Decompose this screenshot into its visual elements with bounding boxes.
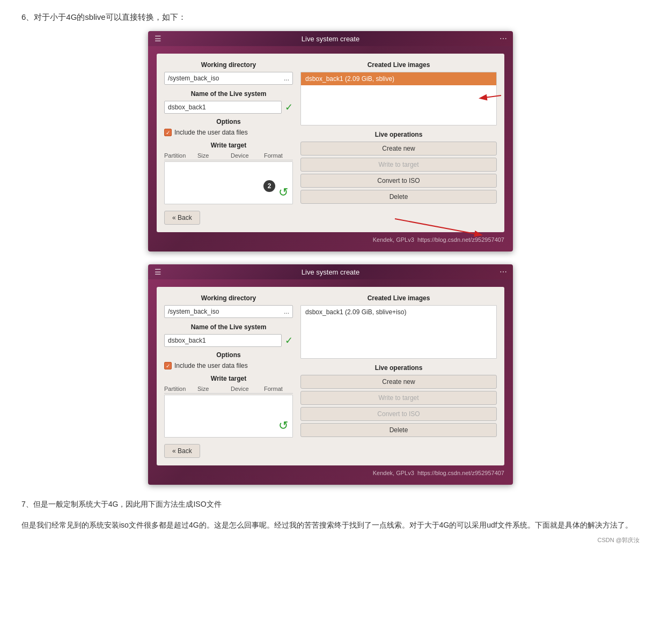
checkmark-icon-1: ✓ [285,101,293,113]
working-dir-value-1: /system_back_iso [168,75,219,82]
grid-icon[interactable]: ⋯ [499,34,508,43]
main-two-col-1: Working directory /system_back_iso ... N… [164,61,497,204]
live-image-item-2[interactable]: dsbox_back1 (2.09 GiB, sblive+iso) [301,306,496,319]
col-partition-1: Partition [164,152,193,159]
titlebar-right-icons: ⋯ [499,34,508,43]
grid-icon-2[interactable]: ⋯ [499,268,508,276]
table-body-2: ↺ [164,395,293,438]
convert-iso-btn-2[interactable]: Convert to ISO [300,407,497,421]
delete-btn-1[interactable]: Delete [300,190,497,204]
main-two-col-2: Working directory /system_back_iso ... N… [164,294,497,438]
working-dir-value-2: /system_back_iso [168,308,219,315]
watermark-credit-1: Kendek, GPLv3 [373,236,414,243]
options-section-2: Options ✓ Include the user data files [164,351,293,369]
col-partition-2: Partition [164,386,193,392]
col-device-1: Device [231,152,260,159]
working-dir-label-2: Working directory [164,294,293,302]
write-target-label-1: Write target [164,142,293,149]
window-title-1: Live system create [302,35,359,43]
live-name-label-1: Name of the Live system [164,90,293,98]
intro-text: 6、对于小于4G的sblive可以直接转换，如下： [21,11,640,24]
table-header-1: Partition Size Device Format [164,152,293,160]
live-name-input-2[interactable] [164,334,282,347]
checkmark-icon-2: ✓ [285,335,293,346]
write-target-btn-1[interactable]: Write to target [300,158,497,172]
window-titlebar-1: ☰ Live system create ⋯ [148,31,513,46]
delete-btn-2[interactable]: Delete [300,423,497,437]
col-size-2: Size [197,386,226,392]
live-name-input-1[interactable] [164,101,282,114]
app-window-2: ☰ Live system create ⋯ Working directory… [148,264,513,485]
watermark-2: Kendek, GPLv3 https://blog.csdn.net/z952… [157,470,504,476]
refresh-icon-2[interactable]: ↺ [278,419,288,433]
options-section-1: Options ✓ Include the user data files [164,118,293,136]
refresh-icon-1[interactable]: ↺ [278,186,288,199]
titlebar-left-icons-2: ☰ [153,268,162,276]
options-label-2: Options [164,351,293,359]
write-target-section-2: Write target Partition Size Device Forma… [164,375,293,438]
window-title-2: Live system create [302,268,359,276]
write-target-section-1: Write target Partition Size Device Forma… [164,142,293,204]
live-name-row-1: ✓ [164,101,293,114]
col-format-1: Format [264,152,293,159]
include-userdata-checkbox-2[interactable]: ✓ [164,362,172,369]
write-target-label-2: Write target [164,375,293,382]
convert-iso-btn-1[interactable]: Convert to ISO [300,174,497,188]
live-images-label-2: Created Live images [300,294,497,302]
include-userdata-label-2: Include the user data files [174,362,248,369]
menu-icon-2[interactable]: ☰ [153,268,162,276]
live-images-box-1: dsbox_back1 (2.09 GiB, sblive) 1 [300,72,497,125]
op-buttons-1: Create new Write to target Convert to IS… [300,142,497,204]
col-device-2: Device [231,386,260,392]
watermark-credit-2: Kendek, GPLv3 [373,470,414,476]
col-format-2: Format [264,386,293,392]
table-body-1: ↺ 2 [164,161,293,204]
titlebar-left-icons: ☰ [153,34,162,43]
bottom-row-1: « Back [164,211,497,225]
screenshot-1-wrapper: ☰ Live system create ⋯ Working directory… [148,31,513,251]
watermark-1: Kendek, GPLv3 https://blog.csdn.net/z952… [157,236,504,243]
op-buttons-2: Create new Write to target Convert to IS… [300,375,497,437]
screenshot-2-wrapper: ☰ Live system create ⋯ Working directory… [148,264,513,485]
include-userdata-row-1: ✓ Include the user data files [164,129,293,136]
write-target-btn-2[interactable]: Write to target [300,391,497,405]
live-ops-section-2: Live operations Create new Write to targ… [300,364,497,437]
window-titlebar-2: ☰ Live system create ⋯ [148,264,513,279]
annotation-circle-2: 2 [263,180,275,192]
bottom-row-2: « Back [164,444,497,458]
table-header-2: Partition Size Device Format [164,386,293,394]
live-images-label-1: Created Live images [300,61,497,69]
menu-icon[interactable]: ☰ [153,34,162,43]
screenshot-2-container: ☰ Live system create ⋯ Working directory… [21,264,640,485]
working-dir-input-1[interactable]: /system_back_iso ... [164,72,293,85]
back-btn-2[interactable]: « Back [164,444,200,458]
create-new-btn-1[interactable]: Create new [300,142,497,156]
col-size-1: Size [197,152,226,159]
titlebar-right-icons-2: ⋯ [499,268,508,276]
create-new-btn-2[interactable]: Create new [300,375,497,389]
window-body-2: Working directory /system_back_iso ... N… [148,279,513,485]
live-ops-label-1: Live operations [300,131,497,138]
csdn-credit: CSDN @郭庆汝 [21,536,640,544]
include-userdata-label-1: Include the user data files [174,129,248,136]
back-btn-1[interactable]: « Back [164,211,200,225]
dots-icon-2[interactable]: ... [284,308,289,315]
app-window-1: ☰ Live system create ⋯ Working directory… [148,31,513,251]
watermark-url-2: https://blog.csdn.net/z952957407 [417,470,504,476]
window-inner-2: Working directory /system_back_iso ... N… [157,287,504,465]
live-image-item-1[interactable]: dsbox_back1 (2.09 GiB, sblive) [301,72,496,85]
dots-icon-1[interactable]: ... [284,75,289,82]
live-name-row-2: ✓ [164,334,293,347]
include-userdata-checkbox-1[interactable]: ✓ [164,129,172,136]
live-ops-label-2: Live operations [300,364,497,372]
live-name-label-2: Name of the Live system [164,323,293,331]
live-images-box-2: dsbox_back1 (2.09 GiB, sblive+iso) [300,305,497,359]
window-inner-1: Working directory /system_back_iso ... N… [157,54,504,232]
bottom-text-2: 但是我们经常见到的系统安装iso文件很多都是超过4G的。这是怎么回事呢。经过我的… [21,519,640,532]
working-dir-input-2[interactable]: /system_back_iso ... [164,305,293,318]
options-label-1: Options [164,118,293,125]
left-column-2: Working directory /system_back_iso ... N… [164,294,293,438]
window-body-1: Working directory /system_back_iso ... N… [148,46,513,251]
bottom-text-1: 7、但是一般定制系统大于4G，因此用下面方法生成ISO文件 [21,498,640,511]
left-column-1: Working directory /system_back_iso ... N… [164,61,293,204]
